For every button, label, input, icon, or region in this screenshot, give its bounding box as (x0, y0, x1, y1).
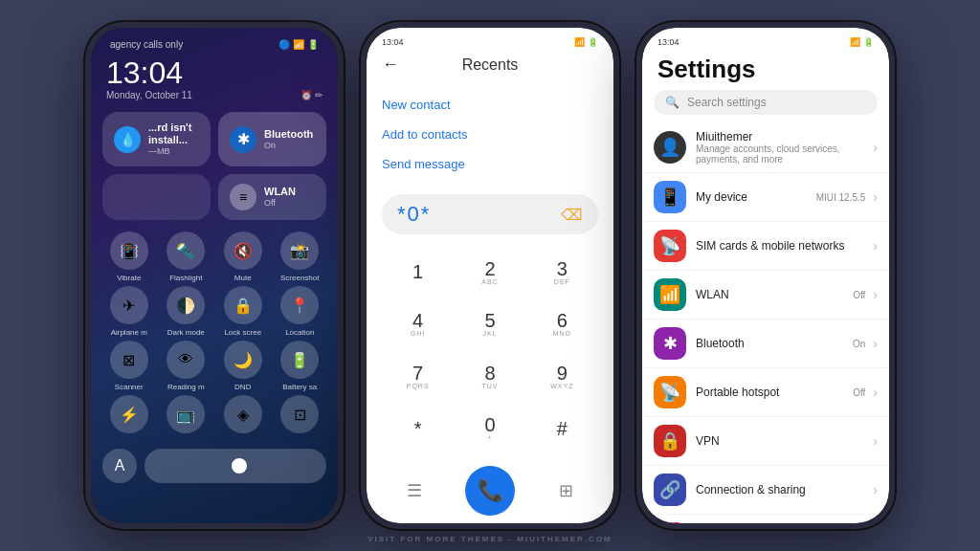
send-message-link[interactable]: Send message (382, 149, 598, 179)
wlan-tile-icon: ≡ (230, 184, 256, 210)
settings-item-mydevice[interactable]: 📱 My device MIUI 12.5.5 › (642, 173, 889, 222)
wlan-tile[interactable]: ≡ WLAN Off (218, 174, 326, 220)
back-button[interactable]: ← (382, 55, 399, 75)
phone2-status-bar: 13:04 📶 🔋 (367, 28, 613, 51)
arrow-icon: › (873, 385, 878, 400)
miuithemer-avatar: 👤 (654, 131, 686, 164)
lockscreen-label: Lock scree (224, 328, 261, 337)
contacts-icon[interactable]: ☰ (397, 474, 432, 508)
phone3-status-icons: 📶 🔋 (850, 37, 874, 47)
key-4[interactable]: 4GHI (382, 298, 454, 351)
phone1-time: 13:04 (91, 54, 338, 88)
icons-grid-row1: 📳 Vibrate 🔦 Flashlight 🔇 Mute 📸 Screensh… (91, 224, 338, 441)
phone2-time: 13:04 (382, 37, 404, 47)
search-icon: 🔍 (665, 96, 679, 109)
battery-icon: 🔋 (280, 341, 319, 379)
theme-btn[interactable]: ◈ (216, 395, 270, 437)
bluetooth-status: On (853, 339, 865, 349)
search-bar[interactable]: 🔍 Search settings (654, 90, 878, 115)
sim-icon: 📡 (654, 230, 686, 262)
airplane-btn[interactable]: ✈ Airplane m (102, 286, 156, 337)
darkmode-btn[interactable]: 🌓 Dark mode (160, 286, 213, 337)
key-6[interactable]: 6MNO (526, 298, 598, 351)
settings-item-wlan[interactable]: 📶 WLAN Off › (642, 271, 889, 320)
data-tile[interactable]: 💧 ...rd isn't install... —MB (102, 112, 211, 166)
airplane-icon: ✈ (110, 286, 148, 324)
arrow-icon: › (873, 140, 878, 155)
flashlight-label: Flashlight (169, 274, 202, 282)
settings-item-wallpaper[interactable]: 🖼 Wallpaper & personalization › (642, 515, 889, 523)
phone1-status-icons: 🔵 📶 🔋 (278, 39, 319, 50)
reading-icon: 👁 (167, 341, 205, 379)
key-8[interactable]: 8TUV (454, 350, 525, 403)
darkmode-label: Dark mode (167, 328, 205, 337)
add-contact-link[interactable]: Add to contacts (382, 120, 598, 149)
bluetooth-tile[interactable]: ✱ Bluetooth On (218, 112, 326, 166)
sharing-name: Connection & sharing (696, 483, 869, 496)
wlan-name: WLAN (696, 288, 853, 301)
font-size-btn[interactable]: A (102, 449, 137, 483)
mute-btn[interactable]: 🔇 Mute (216, 231, 270, 282)
screen2-btn[interactable]: ⊡ (274, 395, 327, 437)
arrow-icon: › (873, 336, 878, 351)
phone1-date: Monday, October 11 ⏰ ✏ (91, 88, 338, 108)
key-5[interactable]: 5JKL (454, 298, 525, 351)
dialer-number: *0* (397, 202, 431, 227)
location-btn[interactable]: 📍 Location (274, 286, 327, 337)
search-placeholder: Search settings (687, 96, 767, 109)
keypad-icon[interactable]: ⊞ (548, 474, 583, 508)
delete-button[interactable]: ⌫ (561, 206, 583, 224)
scanner-btn[interactable]: ⊠ Scanner (102, 341, 156, 391)
settings-item-vpn[interactable]: 🔒 VPN › (642, 417, 889, 466)
reading-btn[interactable]: 👁 Reading m (160, 341, 213, 391)
key-2[interactable]: 2ABC (454, 246, 525, 298)
vpn-name: VPN (696, 434, 869, 448)
wallpaper-icon: 🖼 (654, 522, 686, 523)
mydevice-icon: 📱 (654, 181, 686, 213)
key-0[interactable]: 0+ (454, 403, 525, 455)
dnd-btn[interactable]: 🌙 DND (216, 341, 270, 391)
scanner-label: Scanner (115, 383, 144, 391)
key-star[interactable]: * (382, 403, 454, 455)
brightness-slider[interactable] (145, 449, 326, 483)
key-9[interactable]: 9WXYZ (526, 350, 598, 403)
phone2-header: ← Recents (367, 51, 613, 82)
dialer-bottom-bar: ☰ 📞 ⊞ (367, 458, 613, 523)
battery-label: Battery sa (282, 383, 317, 391)
key-7[interactable]: 7PQRS (382, 350, 454, 403)
flash2-icon: ⚡ (110, 395, 148, 433)
dialer-display: *0* ⌫ (382, 194, 598, 234)
new-contact-link[interactable]: New contact (382, 90, 598, 120)
settings-item-sharing[interactable]: 🔗 Connection & sharing › (642, 466, 889, 515)
flash2-btn[interactable]: ⚡ (102, 395, 156, 437)
settings-item-miuithemer[interactable]: 👤 Miuithemer Manage accounts, cloud serv… (642, 122, 889, 173)
darkmode-icon: 🌓 (167, 286, 205, 324)
hotspot-name: Portable hotspot (696, 386, 853, 399)
vibrate-btn[interactable]: 📳 Vibrate (102, 231, 156, 282)
settings-title: Settings (642, 51, 889, 90)
key-3[interactable]: 3DEF (526, 246, 598, 298)
lockscreen-icon: 🔒 (224, 286, 262, 324)
arrow-icon: › (873, 482, 878, 497)
arrow-icon: › (873, 238, 878, 253)
settings-item-bluetooth[interactable]: ✱ Bluetooth On › (642, 320, 889, 368)
phone2-title: Recents (462, 56, 519, 74)
call-button[interactable]: 📞 (465, 466, 515, 516)
screenshot-btn[interactable]: 📸 Screenshot (274, 231, 327, 282)
phone1-screen: agency calls only 🔵 📶 🔋 13:04 Monday, Oc… (91, 28, 338, 523)
battery-btn[interactable]: 🔋 Battery sa (274, 341, 327, 391)
settings-item-sim[interactable]: 📡 SIM cards & mobile networks › (642, 222, 889, 271)
reading-label: Reading m (167, 383, 205, 391)
flashlight-btn[interactable]: 🔦 Flashlight (160, 231, 213, 282)
sim-name: SIM cards & mobile networks (696, 239, 869, 253)
tv-icon: 📺 (167, 395, 205, 433)
settings-item-hotspot[interactable]: 📡 Portable hotspot Off › (642, 368, 889, 417)
lockscreen-btn[interactable]: 🔒 Lock scree (216, 286, 270, 337)
bluetooth-name: Bluetooth (696, 337, 853, 350)
tv-btn[interactable]: 📺 (160, 395, 213, 437)
key-1[interactable]: 1 (382, 246, 454, 298)
empty-tile (102, 174, 211, 220)
watermark: VISIT FOR MORE THEMES - MIUITHEMER.COM (0, 535, 980, 543)
mydevice-badge: MIUI 12.5.5 (816, 192, 866, 203)
key-hash[interactable]: # (526, 403, 598, 455)
